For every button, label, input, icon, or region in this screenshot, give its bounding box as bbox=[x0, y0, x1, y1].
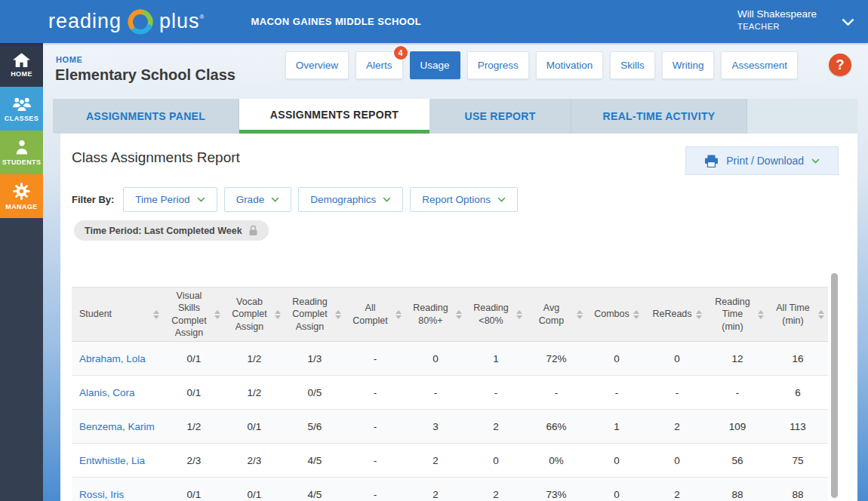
filter-dropdown-demographics[interactable]: Demographics bbox=[298, 187, 403, 212]
column-header-rereads[interactable]: ReReads bbox=[647, 287, 707, 342]
column-header-reading-complet-assign[interactable]: Reading Complet Assign bbox=[285, 287, 345, 342]
column-label: Reading Time (min) bbox=[711, 296, 754, 333]
user-role: TEACHER bbox=[737, 21, 817, 32]
value-cell: 1/3 bbox=[285, 342, 345, 376]
value-cell: 2 bbox=[647, 410, 707, 444]
value-cell: 0 bbox=[647, 342, 707, 376]
value-cell: 0/1 bbox=[164, 342, 224, 376]
sort-icon bbox=[696, 310, 702, 319]
nav-tabs: OverviewAlerts4UsageProgressMotivationSk… bbox=[285, 51, 798, 79]
column-header-reading-80[interactable]: Reading <80% bbox=[466, 287, 526, 342]
student-link[interactable]: Entwhistle, Lia bbox=[79, 455, 145, 466]
value-cell: 0/1 bbox=[164, 376, 224, 410]
logo-registered-mark: ® bbox=[200, 14, 205, 20]
app-logo[interactable]: reading plus ® bbox=[48, 8, 205, 36]
value-cell: - bbox=[647, 376, 707, 410]
value-cell: 0 bbox=[647, 444, 707, 478]
value-cell: 0/5 bbox=[285, 376, 345, 410]
value-cell: - bbox=[405, 376, 466, 410]
alerts-badge: 4 bbox=[394, 46, 408, 60]
value-cell: 1/2 bbox=[224, 376, 285, 410]
column-header-reading-time-min[interactable]: Reading Time (min) bbox=[707, 287, 768, 342]
vertical-scrollbar[interactable] bbox=[831, 273, 838, 498]
sub-tab-assignments-report[interactable]: ASSIGNMENTS REPORT bbox=[239, 99, 429, 134]
value-cell: 1/2 bbox=[224, 342, 285, 376]
filter-dropdown-report-options[interactable]: Report Options bbox=[410, 187, 518, 212]
filter-dropdown-time-period[interactable]: Time Period bbox=[123, 187, 217, 212]
value-cell: 0 bbox=[466, 444, 526, 478]
page-title: Elementary School Class bbox=[55, 66, 235, 84]
gear-icon bbox=[12, 182, 31, 201]
value-cell: 2 bbox=[405, 444, 466, 478]
nav-tab-assessment[interactable]: Assessment bbox=[721, 51, 798, 79]
user-menu-chevron-icon[interactable] bbox=[842, 18, 854, 26]
sub-tab-assignments-panel[interactable]: ASSIGNMENTS PANEL bbox=[53, 99, 239, 134]
value-cell: 88 bbox=[707, 478, 768, 501]
logo-swirl-icon bbox=[126, 8, 155, 36]
column-label: All Time (min) bbox=[771, 302, 814, 327]
column-header-student[interactable]: Student bbox=[72, 287, 164, 342]
sub-tab-use-report[interactable]: USE REPORT bbox=[429, 99, 571, 134]
active-filter-chip[interactable]: Time Period: Last Completed Week bbox=[74, 220, 269, 241]
sub-tab-real-time-activity[interactable]: REAL-TIME ACTIVITY bbox=[571, 99, 747, 134]
sort-icon bbox=[396, 310, 402, 319]
column-header-combos[interactable]: Combos bbox=[586, 287, 647, 342]
student-link[interactable]: Rossi, Iris bbox=[79, 489, 124, 500]
nav-tab-progress[interactable]: Progress bbox=[467, 51, 529, 79]
column-header-all-complet[interactable]: All Complet bbox=[345, 287, 405, 342]
top-header: reading plus ® MACON GAINES MIDDLE SCHOO… bbox=[0, 0, 868, 43]
sort-icon bbox=[214, 310, 220, 319]
table-row: Entwhistle, Lia2/32/34/5-200%005675 bbox=[72, 444, 828, 478]
value-cell: 4/5 bbox=[285, 478, 345, 501]
nav-tab-writing[interactable]: Writing bbox=[662, 51, 715, 79]
sidebar-item-classes[interactable]: CLASSES bbox=[0, 87, 43, 131]
column-header-avg-comp[interactable]: Avg Comp bbox=[526, 287, 586, 342]
logo-text-plus: plus bbox=[159, 10, 200, 33]
sidebar-item-label: CLASSES bbox=[5, 115, 38, 122]
user-name: Will Shakespeare bbox=[737, 8, 817, 21]
filter-dropdown-grade[interactable]: Grade bbox=[224, 187, 292, 212]
student-link[interactable]: Alanis, Cora bbox=[79, 387, 135, 398]
filter-bar: Filter By: Time PeriodGradeDemographicsR… bbox=[72, 187, 857, 212]
help-button[interactable]: ? bbox=[829, 54, 851, 76]
print-download-button[interactable]: Print / Download bbox=[685, 146, 839, 175]
value-cell: 0/1 bbox=[224, 478, 285, 501]
column-header-reading-80[interactable]: Reading 80%+ bbox=[405, 287, 466, 342]
chevron-down-icon bbox=[497, 197, 506, 202]
student-link[interactable]: Benzema, Karim bbox=[79, 421, 155, 432]
logo-text-reading: reading bbox=[48, 10, 122, 33]
assignments-table-wrap: StudentVisual Skills Complet AssignVocab… bbox=[72, 287, 828, 501]
user-menu[interactable]: Will Shakespeare TEACHER bbox=[737, 8, 817, 32]
filter-dropdown-label: Report Options bbox=[422, 194, 491, 205]
classes-icon bbox=[11, 95, 33, 112]
nav-tab-label: Writing bbox=[673, 60, 704, 71]
value-cell: 1 bbox=[586, 410, 647, 444]
nav-tab-motivation[interactable]: Motivation bbox=[536, 51, 604, 79]
column-header-all-time-min[interactable]: All Time (min) bbox=[768, 287, 828, 342]
breadcrumb-home-link[interactable]: HOME bbox=[56, 55, 82, 64]
sidebar: HOME CLASSES STUDENTS bbox=[0, 43, 43, 501]
nav-tab-overview[interactable]: Overview bbox=[285, 51, 349, 79]
column-header-visual-skills-complet-assign[interactable]: Visual Skills Complet Assign bbox=[164, 287, 224, 342]
nav-tab-label: Motivation bbox=[546, 60, 593, 71]
sidebar-item-label: HOME bbox=[11, 70, 32, 78]
sidebar-item-students[interactable]: STUDENTS bbox=[0, 131, 43, 174]
chevron-down-icon bbox=[271, 197, 279, 202]
table-row: Abraham, Lola0/11/21/3-0172%001216 bbox=[72, 342, 828, 376]
student-link[interactable]: Abraham, Lola bbox=[79, 353, 146, 364]
nav-tab-skills[interactable]: Skills bbox=[610, 51, 655, 79]
sidebar-item-manage[interactable]: MANAGE bbox=[0, 174, 43, 218]
value-cell: 73% bbox=[526, 478, 586, 501]
sidebar-item-home[interactable]: HOME bbox=[0, 43, 43, 87]
nav-tab-usage[interactable]: Usage bbox=[410, 51, 460, 79]
column-label: Reading 80%+ bbox=[409, 302, 452, 327]
value-cell: 0 bbox=[586, 478, 647, 501]
column-header-vocab-complet-assign[interactable]: Vocab Complet Assign bbox=[224, 287, 285, 342]
value-cell: 2 bbox=[466, 410, 526, 444]
value-cell: 56 bbox=[707, 444, 768, 478]
nav-tab-alerts[interactable]: Alerts4 bbox=[356, 51, 403, 79]
value-cell: 16 bbox=[768, 342, 828, 376]
value-cell: 4/5 bbox=[285, 444, 345, 478]
value-cell: 0 bbox=[586, 444, 647, 478]
table-row: Rossi, Iris0/10/14/5-2273%028888 bbox=[72, 478, 828, 501]
